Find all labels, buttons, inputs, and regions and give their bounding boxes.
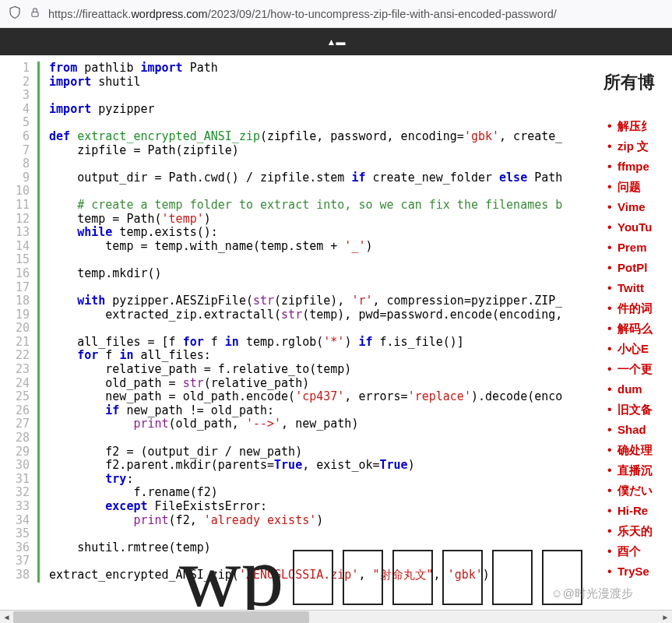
sidebar-link[interactable]: 解码么 xyxy=(617,322,653,335)
sidebar-item[interactable]: 旧文备 xyxy=(603,401,672,417)
sidebar-link[interactable]: 一个更 xyxy=(617,362,653,375)
sidebar-link[interactable]: Twitt xyxy=(617,281,644,294)
sidebar-link[interactable]: 僕だい xyxy=(617,484,653,497)
sidebar-item[interactable]: 解码么 xyxy=(603,320,672,336)
line-number: 37 xyxy=(16,554,30,568)
sidebar-link[interactable]: 直播沉 xyxy=(617,463,653,477)
line-number: 16 xyxy=(16,267,30,281)
line-number: 3 xyxy=(16,89,30,103)
sidebar-item[interactable]: 一个更 xyxy=(603,361,672,377)
code-line: temp = Path('temp') xyxy=(49,213,562,227)
sidebar-link[interactable]: zip 文 xyxy=(617,139,649,153)
scroll-thumb[interactable] xyxy=(13,611,309,623)
url-text[interactable]: https://fireattack.wordpress.com/2023/09… xyxy=(48,8,557,20)
scroll-right-arrow[interactable]: ► xyxy=(659,611,672,624)
sidebar-item[interactable]: Hi-Re xyxy=(603,502,672,519)
sidebar-link[interactable]: PotPl xyxy=(617,261,647,274)
code-lines[interactable]: from pathlib import Pathimport shutilimp… xyxy=(37,62,562,583)
sidebar-item[interactable]: Prem xyxy=(603,239,672,255)
line-number: 31 xyxy=(16,473,30,487)
sidebar-link[interactable]: 问题 xyxy=(617,180,641,193)
chevron-up-icon: ▲▬ xyxy=(327,37,346,48)
sidebar-item[interactable]: 解压纟 xyxy=(603,118,672,134)
code-line xyxy=(49,116,562,130)
line-number: 1 xyxy=(16,62,30,76)
code-line: output_dir = Path.cwd() / zipfile.stem i… xyxy=(49,171,562,185)
line-number: 38 xyxy=(16,568,30,583)
wp-overlay-text: wp xyxy=(179,547,283,607)
sidebar-item[interactable]: ffmpe xyxy=(603,158,672,174)
sidebar-link[interactable]: Prem xyxy=(617,241,647,254)
sidebar-link[interactable]: 确处理 xyxy=(617,443,653,456)
sidebar-item[interactable]: zip 文 xyxy=(603,138,672,154)
code-line: print(old_path, '-->', new_path) xyxy=(49,417,562,431)
sidebar-link[interactable]: Shad xyxy=(617,423,646,436)
sidebar-link[interactable]: TrySe xyxy=(617,565,649,578)
line-number: 20 xyxy=(16,322,30,336)
code-line: for f in all_files: xyxy=(49,349,562,363)
sidebar-item[interactable]: 僕だい xyxy=(603,482,672,498)
code-line: zipfile = Path(zipfile) xyxy=(49,144,562,158)
sidebar-link[interactable]: 解压纟 xyxy=(617,119,653,132)
line-number: 18 xyxy=(16,294,30,308)
sidebar-item[interactable]: dum xyxy=(603,381,672,397)
sidebar-item[interactable]: 问题 xyxy=(603,178,672,195)
url-path: /2023/09/21/how-to-uncompress-zip-file-w… xyxy=(208,8,557,20)
sidebar-item[interactable]: 件的词 xyxy=(603,300,672,316)
line-number: 8 xyxy=(16,157,30,171)
code-line: new_path = old_path.encode('cp437', erro… xyxy=(49,390,562,404)
sidebar-link[interactable]: 酉个 xyxy=(617,544,641,558)
code-line: f2 = (output_dir / new_path) xyxy=(49,445,562,459)
sidebar-item[interactable]: Twitt xyxy=(603,280,672,296)
horizontal-scrollbar[interactable]: ◄ ► xyxy=(0,610,672,623)
sidebar-item[interactable]: 确处理 xyxy=(603,442,672,458)
sidebar-list: 解压纟zip 文ffmpe问题VimeYouTuPremPotPlTwitt件的… xyxy=(603,118,672,579)
wp-overlay: wp xyxy=(179,547,582,607)
code-line: # create a temp folder to extract into, … xyxy=(49,199,562,213)
collapse-bar[interactable]: ▲▬ xyxy=(0,28,672,55)
line-number: 28 xyxy=(16,431,30,445)
sidebar-item[interactable]: YouTu xyxy=(603,219,672,235)
sidebar-item[interactable]: TrySe xyxy=(603,563,672,579)
code-line: extracted_zip.extractall(str(temp), pwd=… xyxy=(49,308,562,322)
code-line: except FileExistsError: xyxy=(49,500,562,514)
scroll-left-arrow[interactable]: ◄ xyxy=(0,611,13,624)
code-line: f.rename(f2) xyxy=(49,486,562,500)
sidebar-link[interactable]: Hi-Re xyxy=(617,504,648,517)
watermark: ☺@时光漫渡步 xyxy=(551,586,633,601)
line-number: 17 xyxy=(16,281,30,295)
line-number: 2 xyxy=(16,76,30,90)
line-number: 11 xyxy=(16,199,30,213)
sidebar-link[interactable]: YouTu xyxy=(617,220,652,234)
sidebar-link[interactable]: Vime xyxy=(617,200,646,213)
overlay-placeholder-box xyxy=(442,550,483,605)
sidebar-item[interactable]: Vime xyxy=(603,199,672,215)
sidebar-item[interactable]: 直播沉 xyxy=(603,462,672,478)
sidebar-link[interactable]: 旧文备 xyxy=(617,403,653,416)
sidebar-link[interactable]: ffmpe xyxy=(617,160,649,173)
lock-icon[interactable] xyxy=(30,7,40,21)
line-number: 9 xyxy=(16,171,30,185)
sidebar-link[interactable]: dum xyxy=(617,382,642,396)
sidebar-link[interactable]: 乐天的 xyxy=(617,524,653,537)
sidebar-item[interactable]: PotPl xyxy=(603,259,672,276)
code-line: with pyzipper.AESZipFile(str(zipfile), '… xyxy=(49,294,562,308)
code-line xyxy=(49,281,562,295)
line-number: 6 xyxy=(16,130,30,144)
sidebar-link[interactable]: 件的词 xyxy=(617,301,653,315)
code-line: if new_path != old_path: xyxy=(49,404,562,418)
line-number: 29 xyxy=(16,445,30,459)
sidebar-link[interactable]: 小心E xyxy=(617,342,649,355)
code-line xyxy=(49,322,562,336)
tracking-shield-icon[interactable] xyxy=(8,5,22,23)
sidebar-item[interactable]: 乐天的 xyxy=(603,523,672,539)
line-number: 4 xyxy=(16,103,30,117)
sidebar-item[interactable]: 酉个 xyxy=(603,543,672,559)
line-number: 27 xyxy=(16,417,30,431)
code-line xyxy=(49,527,562,541)
sidebar-item[interactable]: 小心E xyxy=(603,340,672,357)
overlay-placeholder-box xyxy=(492,550,533,605)
scroll-track[interactable] xyxy=(13,611,659,623)
sidebar-item[interactable]: Shad xyxy=(603,421,672,438)
code-line: old_path = str(relative_path) xyxy=(49,377,562,391)
